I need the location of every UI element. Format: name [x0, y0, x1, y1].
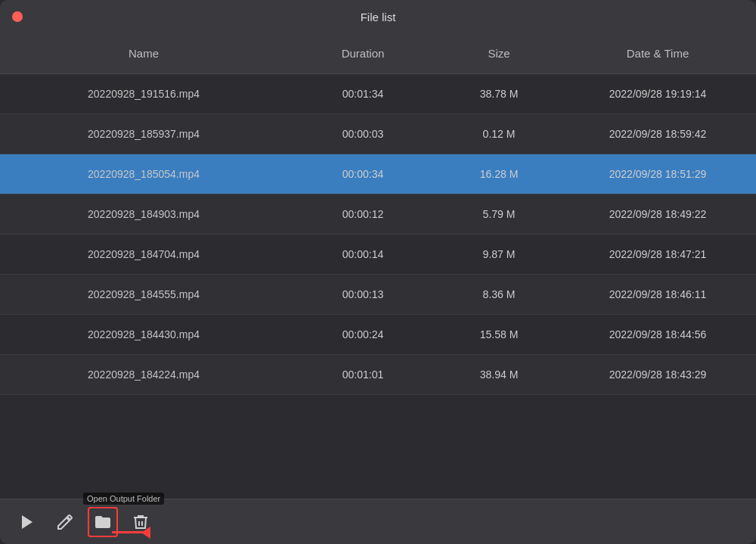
cell-datetime: 2022/09/28 18:46:11: [559, 275, 756, 315]
file-list-table: Name Duration Size Date & Time 20220928_…: [0, 33, 756, 395]
cell-name: 20220928_184903.mp4: [0, 194, 287, 235]
col-header-size: Size: [438, 33, 559, 74]
tooltip-label: Open Output Folder: [83, 493, 164, 505]
cell-duration: 00:00:12: [287, 194, 438, 235]
file-list-table-container[interactable]: Name Duration Size Date & Time 20220928_…: [0, 33, 756, 499]
col-header-name: Name: [0, 33, 287, 74]
cell-duration: 00:00:13: [287, 275, 438, 315]
cell-size: 38.94 M: [438, 355, 559, 395]
cell-datetime: 2022/09/28 18:59:42: [559, 114, 756, 154]
cell-datetime: 2022/09/28 18:47:21: [559, 235, 756, 275]
table-header-row: Name Duration Size Date & Time: [0, 33, 756, 74]
cell-name: 20220928_191516.mp4: [0, 74, 287, 114]
table-row[interactable]: 20220928_185054.mp400:00:3416.28 M2022/0…: [0, 154, 756, 194]
table-row[interactable]: 20220928_191516.mp400:01:3438.78 M2022/0…: [0, 74, 756, 114]
cell-duration: 00:00:24: [287, 315, 438, 355]
cell-size: 38.78 M: [438, 74, 559, 114]
traffic-lights: [12, 11, 23, 22]
cell-name: 20220928_185054.mp4: [0, 154, 287, 194]
window-title: File list: [361, 11, 396, 23]
cell-duration: 00:01:34: [287, 74, 438, 114]
cell-duration: 00:00:34: [287, 154, 438, 194]
cell-name: 20220928_184555.mp4: [0, 275, 287, 315]
cell-size: 16.28 M: [438, 154, 559, 194]
cell-duration: 00:01:01: [287, 355, 438, 395]
open-folder-wrapper: [91, 510, 115, 534]
main-window: File list Name Duration Size Date & Time…: [0, 0, 756, 544]
cell-size: 0.12 M: [438, 114, 559, 154]
cell-name: 20220928_185937.mp4: [0, 114, 287, 154]
cell-duration: 00:00:14: [287, 235, 438, 275]
edit-button[interactable]: [53, 510, 77, 534]
file-list-body: 20220928_191516.mp400:01:3438.78 M2022/0…: [0, 74, 756, 395]
cell-name: 20220928_184704.mp4: [0, 235, 287, 275]
table-row[interactable]: 20220928_184555.mp400:00:138.36 M2022/09…: [0, 275, 756, 315]
cell-name: 20220928_184224.mp4: [0, 355, 287, 395]
col-header-duration: Duration: [287, 33, 438, 74]
cell-datetime: 2022/09/28 18:49:22: [559, 194, 756, 235]
table-row[interactable]: 20220928_185937.mp400:00:030.12 M2022/09…: [0, 114, 756, 154]
title-bar: File list: [0, 0, 756, 33]
cell-datetime: 2022/09/28 18:43:29: [559, 355, 756, 395]
close-button[interactable]: [12, 11, 23, 22]
col-header-datetime: Date & Time: [559, 33, 756, 74]
cell-datetime: 2022/09/28 18:44:56: [559, 315, 756, 355]
cell-datetime: 2022/09/28 18:51:29: [559, 154, 756, 194]
table-row[interactable]: 20220928_184430.mp400:00:2415.58 M2022/0…: [0, 315, 756, 355]
cell-size: 9.87 M: [438, 235, 559, 275]
cell-name: 20220928_184430.mp4: [0, 315, 287, 355]
toolbar: Open Output Folder: [0, 499, 756, 544]
arrow-indicator: [112, 531, 150, 533]
cell-size: 5.79 M: [438, 194, 559, 235]
table-row[interactable]: 20220928_184903.mp400:00:125.79 M2022/09…: [0, 194, 756, 235]
table-row[interactable]: 20220928_184704.mp400:00:149.87 M2022/09…: [0, 235, 756, 275]
table-row[interactable]: 20220928_184224.mp400:01:0138.94 M2022/0…: [0, 355, 756, 395]
arrow-shaft: [112, 531, 150, 533]
cell-size: 15.58 M: [438, 315, 559, 355]
cell-duration: 00:00:03: [287, 114, 438, 154]
open-folder-button[interactable]: [91, 510, 115, 534]
cell-size: 8.36 M: [438, 275, 559, 315]
cell-datetime: 2022/09/28 19:19:14: [559, 74, 756, 114]
play-button[interactable]: [15, 510, 39, 534]
svg-marker-0: [22, 515, 33, 529]
